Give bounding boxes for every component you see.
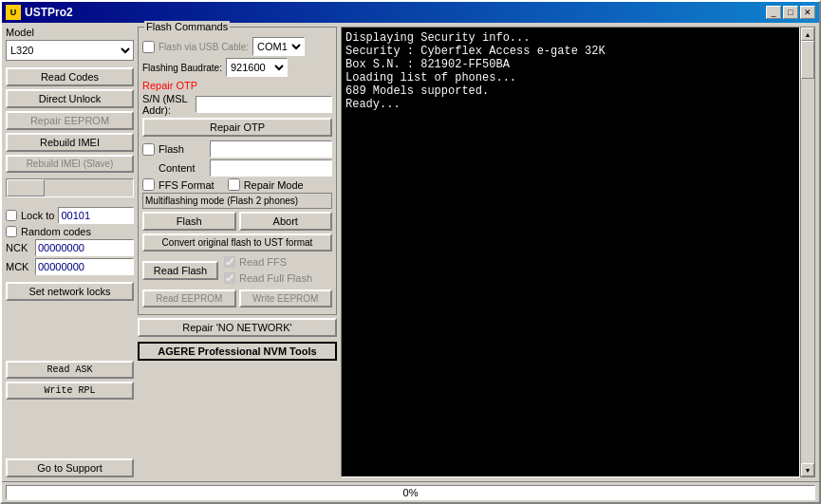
repair-otp-section-label: Repair OTP: [142, 80, 332, 91]
write-eeprom-button[interactable]: Write EEPROM: [239, 289, 333, 308]
sn-label: S/N (MSL Addr):: [142, 93, 192, 116]
content-bar: [210, 159, 332, 177]
scrollbar-thumb[interactable]: [801, 41, 814, 79]
progress-bar-container: 0%: [6, 485, 815, 500]
read-full-flash-label: Read Full Flash: [239, 272, 312, 284]
repair-mode-label: Repair Mode: [244, 179, 304, 191]
maximize-button[interactable]: □: [783, 6, 798, 19]
ffs-format-label: FFS Format: [159, 179, 215, 191]
flash-usb-label: Flash via USB Cable:: [159, 42, 249, 52]
nck-input[interactable]: [35, 239, 134, 256]
slider[interactable]: [6, 178, 134, 197]
scroll-down-button[interactable]: ▼: [801, 463, 814, 476]
read-full-flash-row: Read Full Flash: [224, 272, 312, 284]
content-label: Content: [159, 162, 206, 174]
multiflash-label: Multiflashing mode (Flash 2 phones): [142, 193, 332, 209]
nck-row: NCK: [6, 239, 134, 256]
sn-input[interactable]: [196, 96, 332, 113]
status-bar: 0%: [2, 481, 819, 502]
scrollbar: ▲ ▼: [800, 27, 815, 477]
eeprom-row: Read EEPROM Write EEPROM: [142, 289, 332, 308]
flash-commands-group: Flash Commands Flash via USB Cable: COM1…: [138, 27, 337, 315]
titlebar-buttons: _ □ ✕: [766, 6, 815, 19]
rebuild-imei-slave-button[interactable]: Rebuild IMEI (Slave): [6, 155, 134, 173]
flash-abort-row: Flash Abort: [142, 212, 332, 231]
lock-to-row: Lock to: [6, 207, 134, 224]
flash-commands-label: Flash Commands: [144, 21, 230, 32]
progress-percent: 0%: [403, 487, 419, 498]
main-window: U USTPro2 _ □ ✕ Model L320 Read Codes Di…: [0, 0, 821, 504]
lock-to-input[interactable]: [58, 207, 134, 224]
rebuild-imei-button[interactable]: Rebuild IMEI: [6, 133, 134, 152]
titlebar: U USTPro2 _ □ ✕: [2, 2, 819, 23]
random-codes-row: Random codes: [6, 226, 134, 237]
mck-row: MCK: [6, 258, 134, 275]
scrollbar-thumb-area: [801, 41, 814, 463]
direct-unlock-button[interactable]: Direct Unlock: [6, 89, 134, 108]
read-ffs-label: Read FFS: [239, 256, 287, 268]
middle-panel: Flash Commands Flash via USB Cable: COM1…: [138, 27, 337, 477]
flash-usb-checkbox[interactable]: [142, 41, 155, 53]
read-flash-row: Read Flash Read FFS Read Full Flash: [142, 254, 332, 286]
repair-eeprom-button[interactable]: Repair EEPROM: [6, 111, 134, 130]
go-to-support-button[interactable]: Go to Support: [6, 458, 134, 477]
left-panel: Model L320 Read Codes Direct Unlock Repa…: [6, 27, 134, 477]
flash-bar: [210, 140, 332, 158]
read-ffs-checkbox[interactable]: [224, 256, 235, 268]
read-eeprom-button[interactable]: Read EEPROM: [142, 289, 236, 308]
sn-row: S/N (MSL Addr):: [142, 93, 332, 116]
ffs-repair-row: FFS Format Repair Mode: [142, 178, 332, 191]
lock-section: Lock to Random codes NCK MCK: [6, 205, 134, 277]
random-codes-label: Random codes: [21, 226, 91, 237]
main-content: Model L320 Read Codes Direct Unlock Repa…: [2, 23, 819, 481]
lock-to-label: Lock to: [21, 210, 54, 221]
read-ffs-row: Read FFS: [224, 256, 312, 268]
lock-to-checkbox[interactable]: [6, 210, 17, 221]
window-title: USTPro2: [25, 6, 766, 19]
com-select[interactable]: COM1: [252, 37, 305, 56]
minimize-button[interactable]: _: [766, 6, 781, 19]
slider-thumb: [7, 179, 45, 196]
convert-button[interactable]: Convert original flash to UST format: [142, 233, 332, 252]
repair-no-network-button[interactable]: Repair 'NO NETWORK': [138, 318, 337, 337]
baudrate-row: Flashing Baudrate: 921600: [142, 58, 332, 77]
ffs-format-checkbox[interactable]: [142, 178, 155, 191]
flash-bar-row: Flash: [142, 140, 332, 158]
nck-label: NCK: [6, 242, 32, 253]
repair-otp-button[interactable]: Repair OTP: [142, 118, 332, 137]
terminal: Displaying Security info...Security : Cy…: [341, 27, 800, 477]
content-bar-row: Content: [142, 159, 332, 177]
mck-label: MCK: [6, 261, 32, 272]
set-network-locks-button[interactable]: Set network locks: [6, 282, 134, 301]
abort-button[interactable]: Abort: [239, 212, 333, 231]
mck-input[interactable]: [35, 258, 134, 275]
flash-label: Flash: [159, 143, 206, 155]
model-label: Model: [6, 27, 134, 38]
write-rpl-button[interactable]: Write RPL: [6, 382, 134, 400]
read-codes-button[interactable]: Read Codes: [6, 67, 134, 86]
scroll-up-button[interactable]: ▲: [801, 28, 814, 41]
flash-checkbox[interactable]: [142, 143, 155, 156]
read-flash-button[interactable]: Read Flash: [142, 261, 218, 280]
read-ffs-col: Read FFS Read Full Flash: [224, 254, 312, 286]
model-section: Model L320: [6, 27, 134, 61]
baud-select[interactable]: 921600: [226, 58, 288, 77]
close-button[interactable]: ✕: [800, 6, 815, 19]
repair-mode-checkbox[interactable]: [228, 178, 240, 191]
read-full-flash-checkbox[interactable]: [224, 272, 235, 284]
terminal-wrapper: Displaying Security info...Security : Cy…: [341, 27, 815, 477]
model-select[interactable]: L320: [6, 40, 134, 61]
baud-label: Flashing Baudrate:: [142, 63, 222, 73]
terminal-panel: Displaying Security info...Security : Cy…: [341, 27, 815, 477]
read-ask-button[interactable]: Read ASK: [6, 361, 134, 379]
flash-usb-row: Flash via USB Cable: COM1: [142, 37, 332, 56]
random-codes-checkbox[interactable]: [6, 226, 17, 237]
app-icon: U: [6, 5, 21, 20]
flash-button[interactable]: Flash: [142, 212, 236, 231]
agere-button[interactable]: AGERE Professional NVM Tools: [138, 342, 337, 361]
